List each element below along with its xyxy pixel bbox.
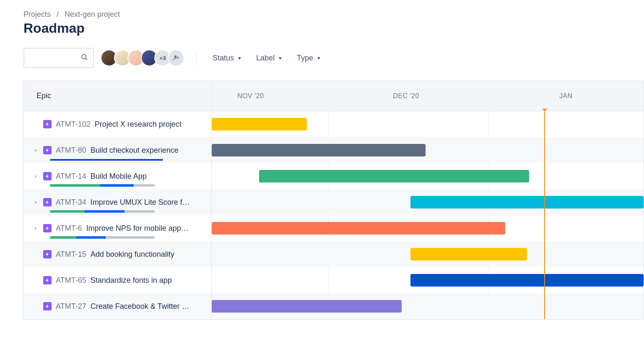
epic-title[interactable]: Build checkout experience <box>91 146 179 155</box>
toolbar-divider <box>196 50 197 65</box>
chevron-down-icon: ▾ <box>279 55 282 61</box>
epic-progress <box>50 236 155 239</box>
epic-title[interactable]: Project X research project <box>95 120 182 129</box>
svg-point-2 <box>174 55 177 58</box>
epic-row[interactable]: ›ATMT-34Improve UMUX Lite Score f… <box>24 189 211 215</box>
search-box[interactable] <box>23 48 94 68</box>
epic-icon <box>43 198 52 206</box>
epic-icon <box>43 250 52 258</box>
chevron-down-icon: ▾ <box>238 55 241 61</box>
epic-key[interactable]: ATMT-15 <box>56 250 86 259</box>
epic-title[interactable]: Create Facebook & Twitter … <box>91 302 190 311</box>
timeline-header: NOV '20DEC '20JAN <box>212 81 644 111</box>
breadcrumb-current[interactable]: Next-gen project <box>65 10 120 19</box>
expand-toggle[interactable]: › <box>32 173 39 179</box>
epic-title[interactable]: Improve UMUX Lite Score f… <box>91 198 190 207</box>
month-label: JAN <box>559 92 573 100</box>
timeline-row <box>212 293 644 319</box>
epic-bar[interactable] <box>212 222 505 235</box>
label-filter[interactable]: Label ▾ <box>252 51 286 65</box>
timeline-row <box>212 111 644 137</box>
epic-row[interactable]: ATMT-65Standardize fonts in app <box>24 267 211 293</box>
search-icon <box>80 53 88 63</box>
epic-icon <box>43 276 52 284</box>
epic-bar[interactable] <box>212 144 426 156</box>
epic-row[interactable]: ATMT-15Add booking functionality <box>24 241 211 267</box>
epic-key[interactable]: ATMT-27 <box>56 302 86 311</box>
epic-row[interactable]: ›ATMT-14Build Mobile App <box>24 163 211 189</box>
epic-icon <box>43 146 52 154</box>
timeline-row <box>212 215 644 241</box>
epic-icon <box>43 120 52 128</box>
epic-column-header: Epic <box>24 81 212 111</box>
epic-row[interactable]: ›ATMT-6Improve NPS for mobile app… <box>24 215 211 241</box>
timeline-row <box>212 189 644 215</box>
expand-toggle[interactable]: › <box>32 199 39 205</box>
timeline-row <box>212 137 644 163</box>
epic-bar[interactable] <box>410 248 527 261</box>
epic-title[interactable]: Improve NPS for mobile app… <box>86 224 189 233</box>
epic-key[interactable]: ATMT-65 <box>56 276 86 285</box>
svg-point-0 <box>82 55 86 59</box>
breadcrumb-separator: / <box>57 10 59 19</box>
timeline-row <box>212 241 644 267</box>
epic-title[interactable]: Add booking functionality <box>91 250 174 259</box>
timeline-row <box>212 267 644 293</box>
epic-title[interactable]: Standardize fonts in app <box>91 276 172 285</box>
epic-key[interactable]: ATMT-34 <box>56 198 86 207</box>
toolbar: +3 Status ▾ Label ▾ Type ▾ <box>23 48 644 68</box>
expand-toggle[interactable]: › <box>32 225 39 231</box>
svg-line-1 <box>86 58 87 60</box>
epic-row[interactable]: ATMT-102Project X research project <box>24 111 211 137</box>
epic-progress <box>50 184 155 187</box>
epic-bar[interactable] <box>410 274 644 287</box>
epic-title[interactable]: Build Mobile App <box>91 172 147 181</box>
status-filter[interactable]: Status ▾ <box>208 51 245 65</box>
chevron-down-icon: ▾ <box>317 55 320 61</box>
epic-bar[interactable] <box>259 170 529 183</box>
today-indicator <box>544 111 545 319</box>
month-label: DEC '20 <box>393 92 419 100</box>
epic-key[interactable]: ATMT-6 <box>56 224 82 233</box>
epic-key[interactable]: ATMT-102 <box>56 120 91 129</box>
epic-link-underline <box>50 159 163 161</box>
roadmap-container: Epic NOV '20DEC '20JAN ATMT-102Project X… <box>23 81 644 320</box>
label-filter-label: Label <box>256 54 275 63</box>
expand-toggle[interactable]: › <box>32 147 39 153</box>
month-label: NOV '20 <box>237 92 264 100</box>
status-filter-label: Status <box>213 54 234 63</box>
epic-icon <box>43 224 52 232</box>
type-filter[interactable]: Type ▾ <box>293 51 325 65</box>
epic-bar[interactable] <box>212 118 307 130</box>
avatar-group: +3 <box>101 50 184 66</box>
epic-icon <box>43 172 52 180</box>
epic-row[interactable]: ›ATMT-80Build checkout experience <box>24 137 211 163</box>
type-filter-label: Type <box>297 54 313 63</box>
timeline-row <box>212 163 644 189</box>
epic-progress <box>50 210 155 213</box>
epic-key[interactable]: ATMT-14 <box>56 172 86 181</box>
epic-row[interactable]: ATMT-27Create Facebook & Twitter … <box>24 293 211 319</box>
breadcrumb-root[interactable]: Projects <box>23 10 51 19</box>
page-title: Roadmap <box>23 21 644 36</box>
epic-key[interactable]: ATMT-80 <box>56 146 86 155</box>
epic-bar[interactable] <box>410 196 644 209</box>
add-people-button[interactable] <box>168 50 184 66</box>
epic-bar[interactable] <box>212 300 402 313</box>
breadcrumb: Projects / Next-gen project <box>23 10 644 19</box>
epic-icon <box>43 302 52 310</box>
